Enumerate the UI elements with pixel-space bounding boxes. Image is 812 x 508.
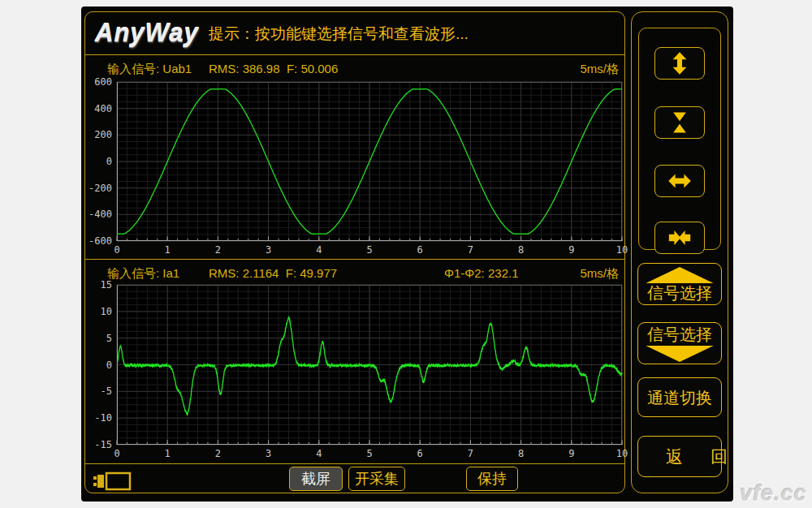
vertical-compress-icon (666, 110, 693, 135)
y-tick-label: 600 (94, 76, 112, 88)
right-control-panel: 信号选择 信号选择 通道切换 返回 (631, 11, 728, 493)
horizontal-expand-icon (666, 169, 693, 193)
Uab1-chart-svg: 012345678910-600-400-2000200400600 (117, 82, 622, 241)
instrument-screen: AnyWay 提示：按功能键选择信号和查看波形... 输入信号: Uab1 RM… (81, 6, 733, 502)
vertical-expand-icon (666, 51, 693, 75)
hint-text: 提示：按功能键选择信号和查看波形... (209, 24, 469, 45)
y-tick-label: -15 (94, 439, 112, 450)
tick-labels: 012345678910-600-400-2000200400600 (89, 76, 628, 256)
x-tick-label: 8 (518, 448, 524, 459)
y-tick-label: 5 (106, 333, 112, 344)
x-tick-label: 2 (215, 448, 221, 459)
x-tick-label: 10 (616, 448, 628, 459)
voltage-signal-label: 输入信号: Uab1 (107, 62, 192, 77)
y-tick-label: 10 (101, 306, 112, 317)
vertical-compress-button[interactable] (654, 106, 705, 139)
x-tick-label: 3 (266, 244, 271, 256)
x-tick-label: 6 (417, 244, 423, 256)
voltage-waveform-chart: 012345678910-600-400-2000200400600 (117, 82, 622, 241)
current-info-row: 输入信号: Ia1 RMS: 2.1164 F: 49.977 Φ1-Φ2: 2… (86, 264, 624, 285)
current-rms-freq: RMS: 2.1164 F: 49.977 (209, 266, 337, 280)
start-acquisition-button[interactable]: 开采集 (348, 467, 405, 491)
x-tick-label: 9 (568, 448, 574, 459)
x-tick-label: 5 (366, 244, 372, 256)
y-tick-label: 0 (106, 156, 112, 167)
x-tick-label: 1 (165, 448, 171, 459)
screenshot-button[interactable]: 截屏 (289, 467, 343, 491)
y-tick-label: -200 (89, 183, 112, 194)
vertical-expand-button[interactable] (654, 47, 705, 80)
y-tick-label: 0 (106, 359, 112, 371)
x-tick-label: 5 (366, 448, 372, 459)
hold-button[interactable]: 保持 (466, 467, 518, 491)
voltage-info-row: 输入信号: Uab1 RMS: 386.98 F: 50.006 5ms/格 (86, 59, 624, 80)
x-tick-label: 6 (417, 448, 423, 459)
y-tick-label: -400 (89, 209, 112, 220)
x-tick-label: 10 (616, 244, 628, 256)
current-phase: Φ1-Φ2: 232.1 (444, 266, 519, 280)
triangle-down-icon (645, 346, 715, 362)
y-tick-label: -5 (101, 385, 112, 397)
x-tick-label: 3 (266, 448, 271, 459)
y-tick-label: 400 (94, 103, 112, 114)
channel-switch-button[interactable]: 通道切换 (637, 377, 722, 417)
x-tick-label: 8 (518, 244, 524, 256)
x-tick-label: 1 (165, 244, 171, 256)
y-tick-label: 15 (101, 279, 112, 291)
current-timebase: 5ms/格 (580, 266, 619, 282)
header-divider (85, 54, 624, 55)
signal-select-up-label: 信号选择 (638, 283, 721, 303)
x-tick-label: 0 (114, 448, 119, 459)
y-tick-label: -10 (94, 412, 112, 424)
horizontal-expand-button[interactable] (654, 165, 705, 197)
storage-icon (93, 471, 133, 492)
anyway-logo: AnyWay (95, 19, 199, 48)
x-tick-label: 4 (316, 448, 322, 459)
y-tick-label: -600 (89, 235, 112, 247)
signal-select-down-button[interactable]: 信号选择 (637, 322, 722, 364)
bottom-bar-divider (85, 463, 624, 464)
x-tick-label: 0 (114, 244, 119, 256)
signal-select-up-button[interactable]: 信号选择 (637, 263, 722, 305)
waveform-zoom-button-group (638, 28, 721, 250)
horizontal-compress-icon (666, 226, 693, 250)
x-tick-label: 7 (468, 448, 473, 459)
main-display-panel: AnyWay 提示：按功能键选择信号和查看波形... 输入信号: Uab1 RM… (84, 11, 625, 493)
charts-divider (85, 259, 624, 260)
tick-labels: 012345678910-15-10-5051015 (94, 279, 628, 459)
voltage-rms-freq: RMS: 386.98 F: 50.006 (209, 62, 338, 75)
y-tick-label: 200 (94, 129, 112, 140)
return-button[interactable]: 返回 (637, 436, 722, 477)
signal-select-down-label: 信号选择 (638, 325, 721, 344)
screen-background: AnyWay 提示：按功能键选择信号和查看波形... 输入信号: Uab1 RM… (0, 0, 812, 508)
x-tick-label: 4 (316, 244, 322, 256)
voltage-timebase: 5ms/格 (580, 62, 619, 77)
x-tick-label: 7 (468, 244, 473, 256)
x-tick-label: 2 (215, 244, 221, 256)
horizontal-compress-button[interactable] (654, 222, 705, 254)
current-waveform-chart: 012345678910-15-10-5051015 (117, 285, 622, 445)
current-signal-label: 输入信号: Ia1 (107, 266, 179, 282)
triangle-up-icon (645, 267, 715, 283)
Ia1-chart-svg: 012345678910-15-10-5051015 (117, 285, 622, 445)
watermark: vfe.cc (740, 481, 807, 506)
x-tick-label: 9 (568, 244, 574, 256)
